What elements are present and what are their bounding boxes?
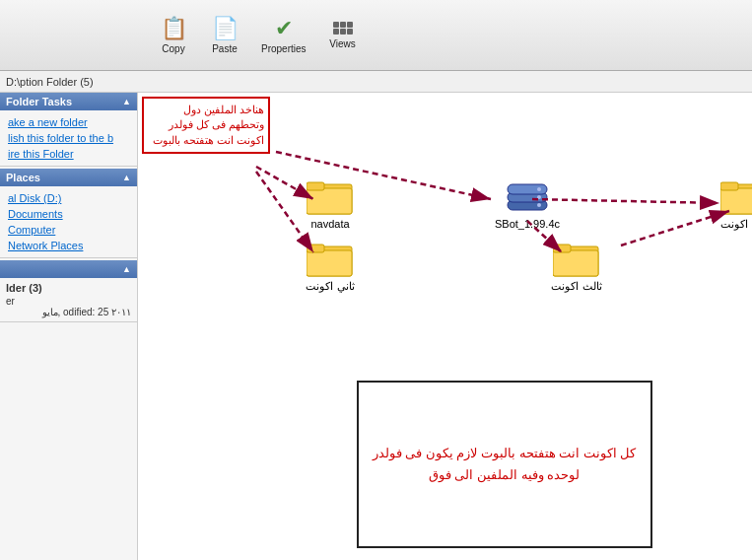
svg-rect-3 (307, 188, 352, 214)
info-box: كل اكونت انت هتفتحه بالبوت لازم يكون فى … (357, 381, 652, 548)
folder-navdata[interactable]: navdata (291, 176, 370, 230)
views-label: Views (329, 38, 356, 49)
sidebar-item-documents[interactable]: Documents (0, 206, 137, 222)
folder-thalith-icon (553, 239, 600, 278)
copy-icon: 📋 (161, 16, 187, 41)
svg-rect-16 (307, 245, 324, 252)
address-text: D:\ption Folder (5) (6, 76, 94, 88)
annotation-box: هناخد الملفين دول وتحطهم فى كل فولدر اكو… (142, 97, 270, 154)
folder-tasks-chevron: ▲ (122, 97, 131, 106)
views-button[interactable]: Views (319, 17, 367, 54)
info-box-text: كل اكونت انت هتفتحه بالبوت لازم يكون فى … (369, 443, 641, 486)
folder-thani[interactable]: ثاني اکونت (291, 239, 370, 293)
folder-tasks-items: ake a new folder lish this folder to the… (0, 110, 137, 166)
folder-awal-icon (720, 176, 752, 216)
sidebar-item-new-folder[interactable]: ake a new folder (0, 114, 137, 130)
folder-info: lder (3) er odified: 25 ۲۰۱۱ ,مايو (0, 278, 137, 321)
svg-rect-18 (553, 250, 598, 276)
svg-rect-13 (720, 182, 738, 190)
svg-rect-19 (553, 245, 571, 252)
properties-button[interactable]: ✔ Properties (252, 11, 315, 59)
paste-button[interactable]: 📄 Paste (201, 11, 248, 59)
svg-point-8 (537, 187, 541, 191)
info-title: lder (3) (6, 282, 131, 294)
paste-label: Paste (212, 43, 238, 54)
folder-thani-label: ثاني اکونت (306, 280, 354, 293)
svg-point-9 (537, 195, 541, 199)
main-layout: Folder Tasks ▲ ake a new folder lish thi… (0, 93, 752, 560)
annotation-text: هناخد الملفين دول وتحطهم فى كل فولدر اكو… (153, 104, 264, 146)
views-grid-icon (333, 22, 353, 35)
copy-button[interactable]: 📋 Copy (150, 11, 197, 59)
file-sbot-icon (504, 176, 551, 216)
folder-tasks-header[interactable]: Folder Tasks ▲ (0, 93, 137, 110)
svg-rect-15 (307, 250, 352, 276)
info-chevron: ▲ (122, 264, 131, 274)
folder-navdata-icon (307, 176, 354, 216)
folder-tasks-section: Folder Tasks ▲ ake a new folder lish thi… (0, 93, 137, 167)
places-section: Places ▲ al Disk (D:) Documents Computer… (0, 169, 137, 258)
places-header[interactable]: Places ▲ (0, 169, 137, 186)
places-items: al Disk (D:) Documents Computer Network … (0, 186, 137, 257)
sidebar: Folder Tasks ▲ ake a new folder lish thi… (0, 93, 138, 560)
sidebar-item-network[interactable]: Network Places (0, 238, 137, 253)
folder-navdata-label: navdata (310, 218, 349, 230)
folder-thani-icon (307, 239, 354, 278)
folder-thalith-label: ثالث اکونت (551, 280, 601, 293)
address-bar: D:\ption Folder (5) (0, 71, 752, 93)
svg-rect-4 (307, 182, 324, 190)
folder-info-header[interactable]: ▲ (0, 260, 137, 278)
folder-awal-label: اول اکونت (720, 218, 752, 231)
properties-icon: ✔ (275, 16, 293, 41)
paste-icon: 📄 (212, 16, 239, 41)
places-chevron: ▲ (122, 173, 131, 182)
toolbar: 📋 Copy 📄 Paste ✔ Properties Views (0, 0, 752, 71)
file-sbot[interactable]: SBot_1.99.4c (478, 176, 577, 230)
info-sub2: odified: 25 ۲۰۱۱ ,مايو (6, 307, 131, 317)
content-area: هناخد الملفين دول وتحطهم فى كل فولدر اكو… (138, 93, 752, 560)
sidebar-item-share[interactable]: ire this Folder (0, 146, 137, 162)
sidebar-item-publish[interactable]: lish this folder to the b (0, 130, 137, 146)
svg-point-10 (537, 203, 541, 207)
properties-label: Properties (261, 43, 307, 54)
folder-info-section: ▲ lder (3) er odified: 25 ۲۰۱۱ ,مايو (0, 260, 137, 322)
sidebar-item-computer[interactable]: Computer (0, 222, 137, 238)
svg-rect-12 (720, 188, 752, 214)
folder-thalith[interactable]: ثالث اکونت (537, 239, 616, 293)
sidebar-item-local-disk[interactable]: al Disk (D:) (0, 190, 137, 206)
folder-awal[interactable]: اول اکونت (705, 176, 752, 231)
info-sub1: er (6, 296, 131, 307)
file-sbot-label: SBot_1.99.4c (495, 218, 560, 230)
copy-label: Copy (162, 43, 184, 54)
